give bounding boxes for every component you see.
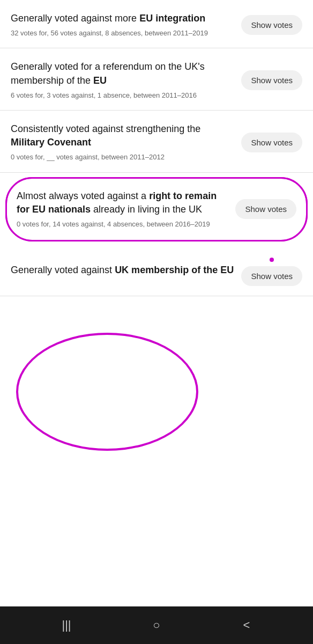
vote-text-eu-integration: Generally voted against more EU integrat… bbox=[11, 12, 241, 38]
vote-text-uk-eu-membership: Generally voted against UK membership of… bbox=[11, 264, 241, 280]
vote-item-uk-eu-membership: Generally voted against UK membership of… bbox=[0, 246, 313, 296]
btn-area-uk-eu-membership: Show votes bbox=[241, 258, 302, 286]
show-votes-button-military-covenant[interactable]: Show votes bbox=[241, 133, 302, 152]
vote-text-eu-referendum: Generally voted for a referendum on the … bbox=[11, 60, 241, 100]
nav-menu-icon[interactable]: ||| bbox=[53, 614, 80, 636]
navigation-bar: ||| ○ < bbox=[0, 606, 313, 644]
nav-home-icon[interactable]: ○ bbox=[143, 614, 170, 636]
vote-meta-eu-referendum: 6 votes for, 3 votes against, 1 absence,… bbox=[11, 91, 235, 100]
vote-meta-eu-nationals-right: 0 votes for, 14 votes against, 4 absence… bbox=[17, 219, 229, 229]
vote-item-eu-integration: Generally voted against more EU integrat… bbox=[0, 0, 313, 48]
vote-item-military-covenant: Consistently voted against strengthening… bbox=[0, 111, 313, 173]
show-votes-button-eu-integration[interactable]: Show votes bbox=[241, 15, 302, 35]
vote-item-eu-referendum: Generally voted for a referendum on the … bbox=[0, 48, 313, 111]
show-votes-button-eu-referendum[interactable]: Show votes bbox=[241, 70, 302, 90]
show-votes-button-uk-eu-membership[interactable]: Show votes bbox=[241, 266, 302, 286]
show-votes-button-eu-nationals-right[interactable]: Show votes bbox=[235, 199, 296, 219]
dot-indicator-uk-eu-membership bbox=[270, 258, 274, 262]
vote-title-eu-nationals-right: Almost always voted against a right to r… bbox=[17, 189, 229, 216]
vote-text-military-covenant: Consistently voted against strengthening… bbox=[11, 122, 241, 163]
vote-title-eu-referendum: Generally voted for a referendum on the … bbox=[11, 60, 235, 87]
vote-item-eu-nationals-right: Almost always voted against a right to r… bbox=[5, 177, 308, 242]
vote-text-eu-nationals-right: Almost always voted against a right to r… bbox=[17, 189, 235, 230]
vote-meta-military-covenant: 0 votes for, __ votes against, between 2… bbox=[11, 152, 235, 162]
vote-meta-eu-integration: 32 votes for, 56 votes against, 8 absenc… bbox=[11, 28, 235, 38]
vote-title-uk-eu-membership: Generally voted against UK membership of… bbox=[11, 264, 235, 277]
vote-title-military-covenant: Consistently voted against strengthening… bbox=[11, 122, 235, 149]
vote-title-eu-integration: Generally voted against more EU integrat… bbox=[11, 12, 235, 25]
nav-back-icon[interactable]: < bbox=[233, 614, 260, 636]
